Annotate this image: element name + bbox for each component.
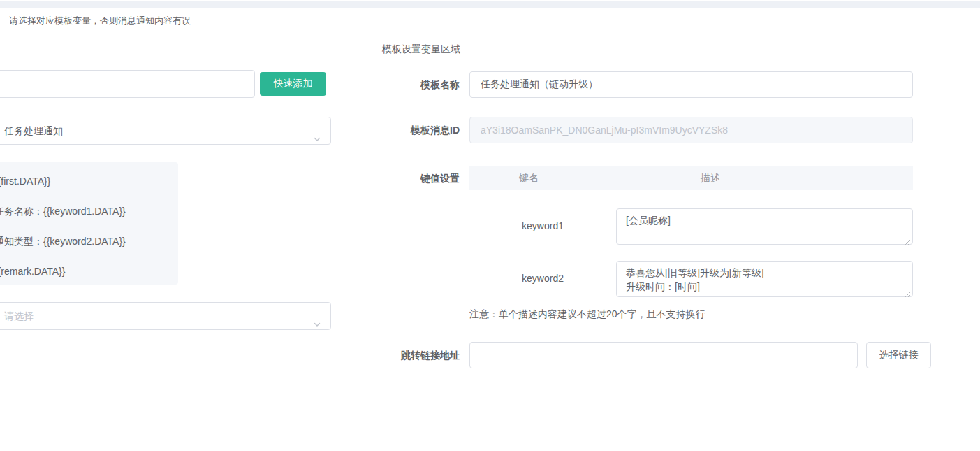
keyword2-desc-textarea[interactable]: 恭喜您从[旧等级]升级为[新等级] 升级时间：[时间] <box>616 261 913 297</box>
kv-header-desc-column: 描述 <box>588 172 833 185</box>
template-type-select[interactable]: 任务处理通知 <box>0 117 331 145</box>
quick-add-button[interactable]: 快速添加 <box>260 72 326 96</box>
section-title: 模板设置变量区域 <box>382 42 460 56</box>
chevron-down-icon <box>313 127 321 135</box>
preview-line-remark: {{remark.DATA}} <box>0 257 164 287</box>
kv-settings-label: 键值设置 <box>382 166 460 190</box>
variable-select-placeholder: 请选择 <box>4 310 34 322</box>
kv-row-key-keyword2: keyword2 <box>469 273 616 284</box>
template-name-label: 模板名称 <box>382 71 460 98</box>
kv-settings-note: 注意：单个描述内容建议不超过20个字，且不支持换行 <box>469 308 705 320</box>
preview-line-keyword2: 通知类型：{{keyword2.DATA}} <box>0 227 164 257</box>
kv-row-key-keyword1: keyword1 <box>469 220 616 231</box>
kv-row-desc-wrap: 恭喜您从[旧等级]升级为[新等级] 升级时间：[时间] <box>616 261 913 297</box>
template-name-input[interactable] <box>469 71 913 98</box>
template-id-label: 模板消息ID <box>382 117 460 143</box>
jump-link-input[interactable] <box>469 342 858 368</box>
preview-line-first: {{first.DATA}} <box>0 166 164 196</box>
kv-settings-header: 键名 描述 <box>469 166 913 190</box>
kv-row-desc-wrap: [会员昵称] <box>616 208 913 245</box>
template-type-select-value: 任务处理通知 <box>4 125 63 136</box>
variable-select[interactable]: 请选择 <box>0 302 331 330</box>
chevron-down-icon <box>313 312 321 320</box>
preview-line-keyword1: 任务名称：{{keyword1.DATA}} <box>0 196 164 227</box>
keyword1-desc-textarea[interactable]: [会员昵称] <box>616 208 913 245</box>
template-preview-box: {{first.DATA}} 任务名称：{{keyword1.DATA}} 通知… <box>0 162 178 285</box>
template-variable-notice: 请选择对应模板变量，否则消息通知内容有误 <box>9 15 191 27</box>
quick-add-input[interactable] <box>0 70 255 98</box>
jump-link-label: 跳转链接地址 <box>382 342 460 368</box>
kv-header-key-column: 键名 <box>469 172 588 185</box>
template-id-input <box>469 117 913 143</box>
choose-link-button[interactable]: 选择链接 <box>866 342 931 368</box>
top-divider-bar <box>0 1 980 8</box>
